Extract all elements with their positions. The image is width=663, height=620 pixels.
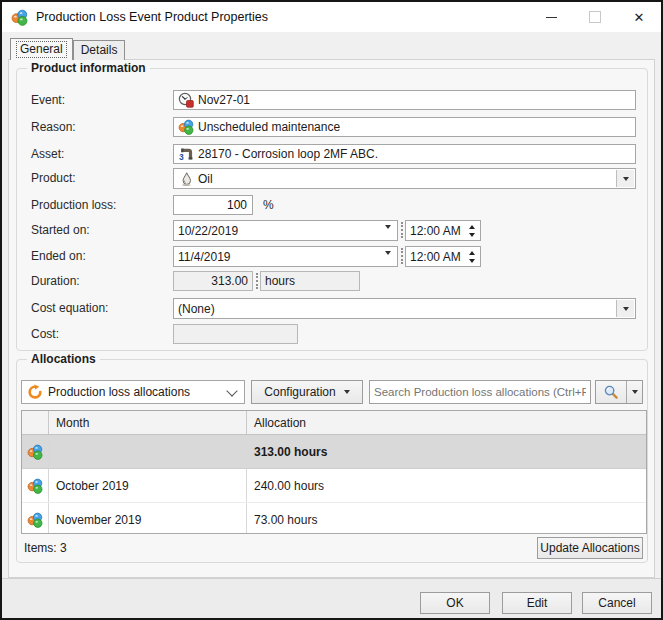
chevron-down-icon bbox=[632, 390, 638, 394]
balloons-icon bbox=[178, 119, 194, 135]
field-row-product: Product: Oil bbox=[17, 168, 647, 189]
table-header-row: Month Allocation bbox=[22, 411, 646, 435]
search-options-dropdown[interactable] bbox=[626, 381, 642, 403]
ended-on-date-picker[interactable]: 11/4/2019 bbox=[173, 246, 398, 267]
search-icon bbox=[603, 384, 619, 400]
row-icon-cell bbox=[22, 435, 49, 468]
product-select[interactable]: Oil bbox=[173, 168, 636, 189]
close-button[interactable]: ✕ bbox=[617, 2, 661, 32]
cell-allocation: 313.00 hours bbox=[247, 435, 646, 468]
tab-details-label: Details bbox=[81, 43, 118, 57]
event-gauge-icon bbox=[178, 92, 194, 108]
production-loss-input[interactable] bbox=[173, 195, 253, 215]
duration-unit-field: hours bbox=[260, 271, 360, 291]
started-on-date-value: 10/22/2019 bbox=[178, 224, 238, 238]
cell-month: November 2019 bbox=[49, 503, 247, 534]
minimize-button[interactable] bbox=[529, 2, 573, 32]
ok-label: OK bbox=[446, 596, 463, 610]
window-title: Production Loss Event Product Properties bbox=[36, 10, 268, 24]
event-field[interactable]: Nov27-01 bbox=[173, 90, 636, 110]
header-allocation[interactable]: Allocation bbox=[247, 411, 646, 434]
asset-field[interactable]: 28170 - Corrosion loop 2MF ABC. bbox=[173, 144, 636, 164]
ended-on-time-spinner[interactable] bbox=[465, 248, 478, 265]
ended-on-date-dropdown[interactable] bbox=[385, 255, 391, 267]
minimize-icon bbox=[546, 17, 557, 18]
divider-dots bbox=[401, 248, 403, 264]
started-on-time-value: 12:00 AM bbox=[410, 224, 461, 238]
cost-equation-value: (None) bbox=[178, 302, 215, 316]
header-icon-column bbox=[22, 411, 49, 434]
cost-equation-dropdown-button[interactable] bbox=[616, 300, 634, 317]
allocations-view-value: Production loss allocations bbox=[48, 385, 190, 399]
allocations-table: Month Allocation 313.00 hours October 20… bbox=[21, 410, 647, 534]
balloons-icon bbox=[27, 444, 43, 460]
tab-details[interactable]: Details bbox=[73, 40, 126, 60]
production-loss-event-dialog: Production Loss Event Product Properties… bbox=[0, 0, 663, 620]
cancel-button[interactable]: Cancel bbox=[582, 592, 652, 614]
started-on-time-input[interactable]: 12:00 AM bbox=[405, 220, 481, 241]
ended-on-time-input[interactable]: 12:00 AM bbox=[405, 246, 481, 267]
duration-label: Duration: bbox=[31, 274, 80, 288]
ok-button[interactable]: OK bbox=[420, 592, 490, 614]
started-on-date-picker[interactable]: 10/22/2019 bbox=[173, 220, 398, 241]
product-dropdown-button[interactable] bbox=[616, 170, 634, 187]
event-value: Nov27-01 bbox=[198, 93, 250, 107]
started-on-time-spinner[interactable] bbox=[465, 222, 478, 239]
reason-label: Reason: bbox=[31, 120, 76, 134]
header-month[interactable]: Month bbox=[49, 411, 247, 434]
cell-allocation: 73.00 hours bbox=[247, 503, 646, 534]
field-row-asset: Asset: 28170 - Corrosion loop 2MF ABC. bbox=[17, 144, 647, 164]
allocations-view-selector[interactable]: Production loss allocations bbox=[21, 380, 245, 404]
update-allocations-label: Update Allocations bbox=[540, 541, 639, 555]
spin-up-icon bbox=[469, 251, 475, 255]
chevron-down-icon bbox=[226, 385, 237, 396]
close-icon: ✕ bbox=[634, 11, 645, 24]
allocations-ring-icon bbox=[27, 384, 43, 400]
search-icon-zone[interactable] bbox=[596, 381, 626, 403]
reason-value: Unscheduled maintenance bbox=[198, 120, 340, 134]
table-row[interactable]: October 2019 240.00 hours bbox=[22, 469, 646, 503]
duration-value-field: 313.00 bbox=[173, 271, 253, 291]
cost-label: Cost: bbox=[31, 327, 59, 341]
event-label: Event: bbox=[31, 93, 65, 107]
started-on-date-dropdown[interactable] bbox=[385, 229, 391, 241]
maximize-button bbox=[573, 2, 617, 32]
tab-general-label: General bbox=[16, 41, 67, 58]
configuration-button[interactable]: Configuration bbox=[251, 380, 363, 404]
spin-down-icon bbox=[469, 259, 475, 263]
cell-month bbox=[49, 435, 247, 468]
duration-value: 313.00 bbox=[211, 274, 248, 288]
configuration-label: Configuration bbox=[264, 385, 335, 399]
cost-equation-label: Cost equation: bbox=[31, 301, 108, 315]
update-allocations-button[interactable]: Update Allocations bbox=[537, 537, 643, 559]
product-information-legend: Product information bbox=[27, 61, 150, 75]
cost-equation-select[interactable]: (None) bbox=[173, 298, 636, 319]
chevron-down-icon bbox=[385, 251, 391, 267]
tab-general[interactable]: General bbox=[10, 38, 73, 60]
maximize-icon bbox=[589, 11, 601, 23]
field-row-event: Event: Nov27-01 bbox=[17, 90, 647, 110]
production-loss-label: Production loss: bbox=[31, 198, 116, 212]
tab-page-general: Product information Event: Nov27-01 Reas… bbox=[8, 59, 655, 578]
search-input[interactable] bbox=[369, 380, 591, 404]
product-value: Oil bbox=[198, 172, 213, 186]
table-row[interactable]: November 2019 73.00 hours bbox=[22, 503, 646, 534]
reason-field[interactable]: Unscheduled maintenance bbox=[173, 117, 636, 137]
product-label: Product: bbox=[31, 171, 76, 185]
search-button[interactable] bbox=[595, 380, 643, 404]
field-row-production-loss: Production loss: % bbox=[17, 195, 647, 215]
titlebar[interactable]: Production Loss Event Product Properties… bbox=[2, 2, 661, 32]
edit-button[interactable]: Edit bbox=[502, 592, 572, 614]
field-row-cost: Cost: bbox=[17, 324, 647, 344]
table-row-total[interactable]: 313.00 hours bbox=[22, 435, 646, 469]
app-balloons-icon bbox=[11, 9, 28, 26]
production-loss-unit: % bbox=[263, 198, 274, 212]
asset-pipe-icon bbox=[178, 146, 194, 162]
field-row-duration: Duration: 313.00 hours bbox=[17, 271, 647, 291]
items-count: Items: 3 bbox=[24, 541, 67, 555]
spin-up-icon bbox=[469, 225, 475, 229]
chevron-down-icon bbox=[623, 177, 629, 181]
chevron-down-icon bbox=[344, 390, 350, 394]
row-icon-cell bbox=[22, 503, 49, 534]
allocations-legend: Allocations bbox=[27, 352, 100, 366]
